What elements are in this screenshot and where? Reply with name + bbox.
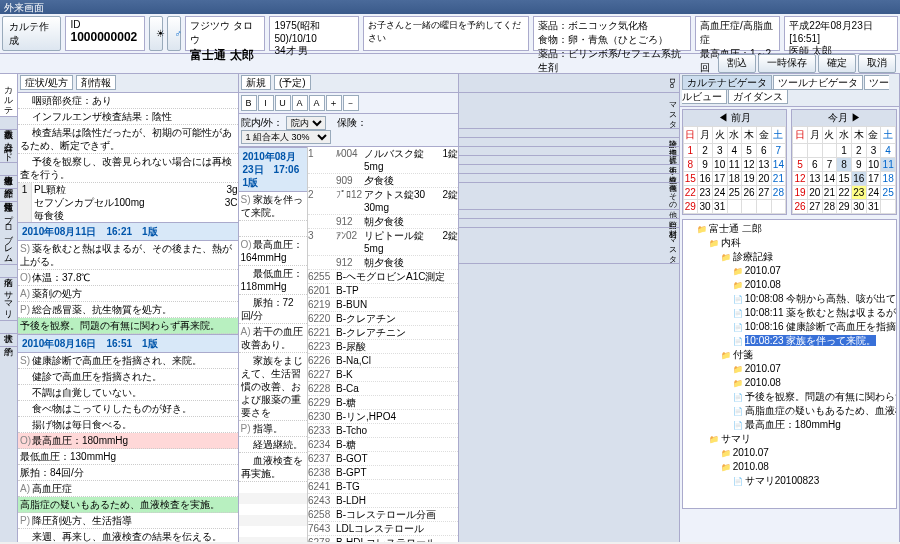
lefttab-3[interactable]: 患者情報: [0, 163, 17, 176]
tree-note[interactable]: 10:08:08 今朝から高熱、咳が出てい…: [685, 292, 895, 306]
navtab-0[interactable]: カルテナビゲータ: [682, 75, 772, 90]
calendar-day[interactable]: 10: [712, 158, 727, 172]
lab-order-row[interactable]: 7643LDLコレステロール: [308, 522, 458, 536]
soap-line[interactable]: S)家族を伴って来院。: [239, 192, 308, 221]
lab-order-row[interactable]: 6238B-GPT: [308, 466, 458, 480]
calendar-day[interactable]: 3: [866, 144, 881, 158]
soap-line[interactable]: [239, 221, 308, 237]
calendar-day[interactable]: 3: [712, 144, 727, 158]
calendar-day[interactable]: [793, 144, 808, 158]
calendar-day[interactable]: [807, 144, 822, 158]
editor-blank-area[interactable]: [239, 482, 308, 542]
tooltab-8[interactable]: その他: [459, 183, 679, 210]
tooltab-10[interactable]: 材料: [459, 219, 679, 228]
soap-line[interactable]: 血液検査を再実施。: [239, 453, 308, 482]
calendar-day[interactable]: 26: [742, 186, 757, 200]
tree-dept[interactable]: 内科: [685, 236, 895, 250]
calendar-day[interactable]: [771, 200, 786, 214]
navtab-3[interactable]: ガイダンス: [728, 89, 788, 104]
navigator-tree[interactable]: 富士通 二郎内科診療記録2010.072010.0810:08:08 今朝から高…: [682, 219, 898, 509]
lefttab-7[interactable]: 病名: [0, 265, 17, 278]
filter-ins-select[interactable]: 1 組合本人 30%: [241, 130, 331, 144]
calendar-day[interactable]: 25: [881, 186, 896, 200]
calendar-day[interactable]: 25: [727, 186, 742, 200]
tree-summary-item[interactable]: サマリ20100823: [685, 474, 895, 488]
tooltab-2[interactable]: 診療: [459, 129, 679, 138]
tree-fusen-item[interactable]: 高脂血症の疑いもあるため、血液検…: [685, 404, 895, 418]
create-chart-button[interactable]: カルテ作成: [2, 16, 61, 51]
tree-records[interactable]: 診療記録: [685, 250, 895, 264]
lab-order-row[interactable]: 6226B-Na,Cl: [308, 354, 458, 368]
tree-month[interactable]: 2010.07: [685, 446, 895, 460]
calendar-day[interactable]: 6: [807, 158, 822, 172]
lefttab-8[interactable]: サマリ: [0, 278, 17, 321]
tree-note[interactable]: 10:08:16 健康診断で高血圧を指摘さ…: [685, 320, 895, 334]
calendar-day[interactable]: 18: [881, 172, 896, 186]
lab-order-row[interactable]: 6258B-コレステロール分画: [308, 508, 458, 522]
calendar-day[interactable]: 5: [742, 144, 757, 158]
calendar-day[interactable]: 17: [712, 172, 727, 186]
tooltab-0[interactable]: Do: [459, 74, 679, 93]
tooltab-11[interactable]: マスタ: [459, 228, 679, 264]
calendar-day[interactable]: [756, 200, 771, 214]
tree-note-selected[interactable]: 10:08:23 家族を伴って来院。: [685, 334, 895, 348]
soap-line[interactable]: 経過継続。: [239, 437, 308, 453]
calendar-day[interactable]: 5: [793, 158, 808, 172]
calendar-day[interactable]: 7: [771, 144, 786, 158]
calendar-day[interactable]: 31: [712, 200, 727, 214]
calendar-day[interactable]: 23: [851, 186, 866, 200]
lefttab-1[interactable]: 点数表示: [0, 117, 17, 130]
tree-note[interactable]: 10:08:11 薬を飲むと熱は収まるが、そ…: [685, 306, 895, 320]
history-content[interactable]: 咽頭部炎症：ありインフルエンザ検査結果：陰性検査結果は陰性だったが、初期の可能性…: [18, 93, 238, 542]
calendar-day[interactable]: [881, 200, 896, 214]
calendar-day[interactable]: 8: [837, 158, 852, 172]
calendar-day[interactable]: 18: [727, 172, 742, 186]
lefttab-10[interactable]: 予約: [0, 334, 17, 347]
calendar-day[interactable]: 13: [756, 158, 771, 172]
calendar-day[interactable]: 30: [698, 200, 713, 214]
calendar-day[interactable]: 6: [756, 144, 771, 158]
order-row[interactable]: 3ｱﾝ02リピトール錠5mg2錠: [308, 229, 458, 256]
calendar-day[interactable]: 27: [756, 186, 771, 200]
editor-－-button[interactable]: －: [343, 95, 359, 111]
editor-B-button[interactable]: B: [241, 95, 257, 111]
calendar-day[interactable]: 24: [866, 186, 881, 200]
lab-order-row[interactable]: 6241B-TG: [308, 480, 458, 494]
tooltab-3[interactable]: 指導: [459, 138, 679, 147]
calendar-day[interactable]: 15: [837, 172, 852, 186]
confirm-button[interactable]: 確定: [818, 54, 856, 73]
calendar-prev[interactable]: ◀ 前月 日月火水木金土1234567891011121314151617181…: [682, 109, 788, 215]
editor-U-button[interactable]: U: [275, 95, 291, 111]
lab-order-row[interactable]: 6227B-K: [308, 368, 458, 382]
calendar-day[interactable]: 20: [807, 186, 822, 200]
calendar-day[interactable]: 11: [881, 158, 896, 172]
history-date[interactable]: 2010年08月16日 16:51 1版: [18, 334, 238, 353]
calendar-day[interactable]: [727, 200, 742, 214]
calendar-day[interactable]: 7: [822, 158, 837, 172]
tab-drug[interactable]: 剤情報: [76, 75, 116, 90]
lab-order-row[interactable]: 6234B-糖: [308, 438, 458, 452]
calendar-day[interactable]: 10: [866, 158, 881, 172]
tree-month[interactable]: 2010.07: [685, 362, 895, 376]
soap-line[interactable]: A)若干の血圧改善あり。: [239, 324, 308, 353]
calendar-day[interactable]: 9: [851, 158, 866, 172]
lab-order-row[interactable]: 6243B-LDH: [308, 494, 458, 508]
calendar-day[interactable]: [822, 144, 837, 158]
calendar-day[interactable]: 22: [683, 186, 698, 200]
tree-summary[interactable]: サマリ: [685, 432, 895, 446]
calendar-day[interactable]: 28: [822, 200, 837, 214]
calendar-day[interactable]: 12: [793, 172, 808, 186]
soap-line[interactable]: 家族をまじえて、生活習慣の改善、および服薬の重要さを: [239, 353, 308, 421]
tree-month[interactable]: 2010.08: [685, 460, 895, 474]
calendar-day[interactable]: 8: [683, 158, 698, 172]
calendar-day[interactable]: 2: [698, 144, 713, 158]
calendar-current[interactable]: 今月 ▶ 日月火水木金土1234567891011121314151617181…: [791, 109, 897, 215]
calendar-day[interactable]: 15: [683, 172, 698, 186]
calendar-day[interactable]: 16: [698, 172, 713, 186]
soap-line[interactable]: 最低血圧：118mmHg: [239, 266, 308, 295]
tab-new[interactable]: 新規: [241, 75, 271, 90]
calendar-day[interactable]: 12: [742, 158, 757, 172]
navtab-1[interactable]: ツールナビゲータ: [773, 75, 863, 90]
tooltab-9[interactable]: 自賠: [459, 210, 679, 219]
order-row[interactable]: 909夕食後: [308, 174, 458, 188]
